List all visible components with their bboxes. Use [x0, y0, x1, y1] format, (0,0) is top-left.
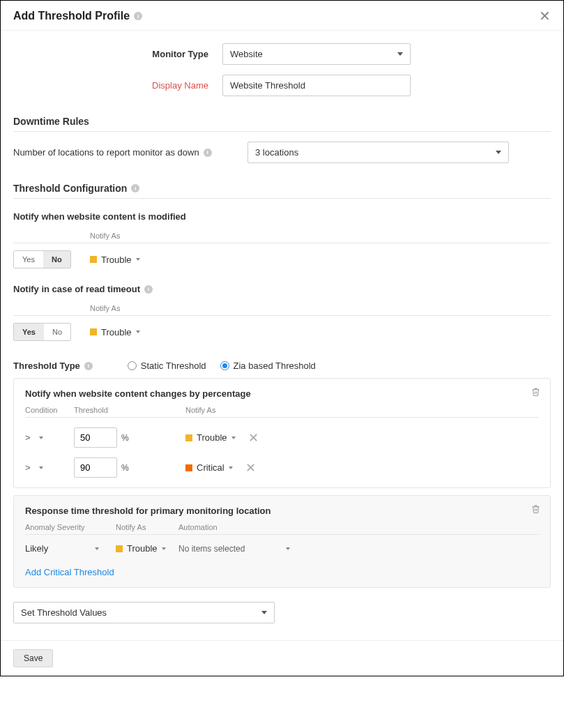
chevron-down-icon — [95, 547, 99, 550]
trash-icon[interactable] — [531, 387, 540, 399]
dialog-header: Add Threshold Profile i ✕ — [1, 1, 563, 31]
static-threshold-label: Static Threshold — [141, 361, 206, 371]
content-change-title: Notify when website content changes by p… — [25, 388, 539, 399]
dialog-title-text: Add Threshold Profile — [13, 10, 130, 22]
chevron-down-icon — [496, 151, 501, 154]
remove-icon[interactable]: ✕ — [248, 432, 259, 444]
content-modified-yes[interactable]: Yes — [14, 251, 43, 268]
content-change-panel: Notify when website content changes by p… — [13, 378, 551, 488]
dialog-title: Add Threshold Profile i — [13, 10, 142, 22]
notify-as-header: Notify As — [90, 304, 551, 312]
severity-square-icon — [90, 328, 97, 335]
add-critical-threshold-link[interactable]: Add Critical Threshold — [25, 567, 114, 577]
severity-square-icon — [90, 256, 97, 263]
anomaly-header: Anomaly Severity — [25, 523, 116, 531]
row-notify-as-text: Trouble — [197, 432, 227, 443]
threshold-type-label: Threshold Type — [13, 361, 80, 371]
notify-as-header: Notify As — [90, 232, 551, 240]
condition-header: Condition — [25, 406, 74, 414]
content-modified-label: Notify when website content is modified — [13, 211, 551, 222]
anomaly-severity-select[interactable]: Likely — [25, 543, 116, 554]
response-time-panel: Response time threshold for primary moni… — [13, 495, 551, 588]
chevron-down-icon[interactable] — [39, 467, 43, 469]
close-icon[interactable]: ✕ — [539, 9, 551, 23]
info-icon[interactable]: i — [204, 149, 212, 157]
chevron-down-icon — [261, 611, 267, 614]
locations-down-value: 3 locations — [255, 147, 298, 158]
row-notify-as-text: Critical — [197, 462, 224, 473]
row-notify-as[interactable]: Trouble — [185, 432, 236, 443]
notify-as-header: Notify As — [116, 523, 178, 531]
severity-square-icon — [185, 434, 192, 441]
unit-label: % — [121, 433, 129, 443]
locations-down-select[interactable]: 3 locations — [247, 142, 509, 163]
monitor-type-value: Website — [230, 49, 263, 59]
read-timeout-notify-as[interactable]: Trouble — [90, 327, 140, 338]
radio-icon — [128, 361, 137, 370]
set-threshold-values-select[interactable]: Set Threshold Values — [13, 602, 275, 623]
response-time-title: Response time threshold for primary moni… — [25, 506, 539, 516]
condition-row: > % Trouble ✕ — [25, 427, 539, 448]
row-notify-as[interactable]: Critical — [185, 462, 233, 473]
read-timeout-toggle[interactable]: Yes No — [13, 323, 71, 341]
remove-icon[interactable]: ✕ — [245, 462, 256, 474]
locations-down-label: Number of locations to report monitor as… — [13, 147, 199, 158]
threshold-header: Threshold — [74, 406, 185, 414]
chevron-down-icon — [397, 52, 403, 56]
trash-icon[interactable] — [531, 504, 540, 516]
radio-icon — [220, 361, 229, 370]
response-notify-as[interactable]: Trouble — [116, 543, 166, 554]
chevron-down-icon — [231, 437, 236, 439]
chevron-down-icon — [286, 547, 290, 550]
content-modified-toggle[interactable]: Yes No — [13, 250, 71, 268]
save-button[interactable]: Save — [13, 649, 53, 667]
info-icon[interactable]: i — [134, 12, 142, 20]
severity-square-icon — [116, 545, 123, 552]
content-modified-notify-as-text: Trouble — [101, 255, 132, 265]
zia-threshold-radio[interactable]: Zia based Threshold — [220, 361, 316, 371]
threshold-value-input[interactable] — [74, 427, 117, 448]
automation-select[interactable]: No items selected — [178, 544, 290, 554]
dialog-footer: Save — [1, 640, 563, 676]
info-icon[interactable]: i — [144, 285, 153, 294]
read-timeout-no[interactable]: No — [44, 324, 70, 340]
chevron-down-icon — [229, 467, 233, 469]
chevron-down-icon[interactable] — [39, 437, 43, 439]
downtime-rules-section: Downtime Rules — [13, 116, 551, 132]
read-timeout-yes[interactable]: Yes — [14, 324, 44, 340]
monitor-type-select[interactable]: Website — [222, 43, 411, 65]
condition-operator: > — [25, 432, 31, 443]
condition-row: > % Critical ✕ — [25, 457, 539, 478]
condition-operator: > — [25, 462, 31, 473]
info-icon[interactable]: i — [131, 184, 139, 192]
automation-header: Automation — [178, 523, 539, 531]
notify-as-header: Notify As — [185, 406, 539, 414]
severity-square-icon — [185, 464, 192, 471]
monitor-type-label: Monitor Type — [13, 49, 222, 59]
threshold-config-section: Threshold Configuration i — [13, 183, 551, 199]
unit-label: % — [121, 463, 129, 473]
read-timeout-label: Notify in case of read timeout — [13, 284, 140, 294]
threshold-config-title: Threshold Configuration — [13, 183, 127, 194]
set-threshold-values-text: Set Threshold Values — [21, 607, 107, 618]
display-name-label: Display Name — [13, 80, 222, 91]
zia-threshold-label: Zia based Threshold — [234, 361, 316, 371]
automation-value: No items selected — [178, 544, 245, 554]
downtime-rules-title: Downtime Rules — [13, 116, 89, 127]
chevron-down-icon — [136, 258, 140, 261]
content-modified-notify-as[interactable]: Trouble — [90, 255, 140, 265]
display-name-input[interactable] — [222, 75, 411, 96]
chevron-down-icon — [136, 331, 140, 333]
info-icon[interactable]: i — [84, 362, 93, 370]
chevron-down-icon — [162, 547, 166, 550]
threshold-value-input[interactable] — [74, 457, 117, 478]
content-modified-no[interactable]: No — [43, 251, 70, 268]
response-notify-as-text: Trouble — [127, 543, 158, 554]
anomaly-severity-value: Likely — [25, 543, 48, 554]
read-timeout-notify-as-text: Trouble — [101, 327, 132, 338]
static-threshold-radio[interactable]: Static Threshold — [128, 361, 206, 371]
